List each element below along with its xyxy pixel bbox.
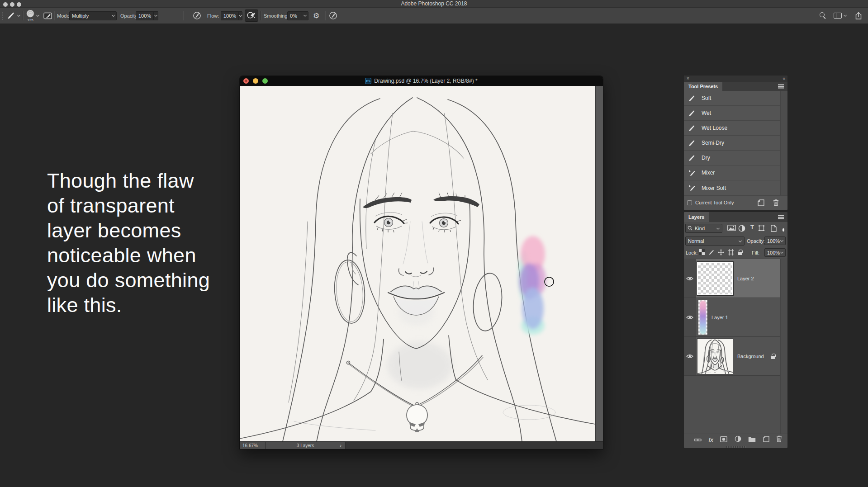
tab-layers[interactable]: Layers xyxy=(684,212,709,222)
tool-preset-item[interactable]: Semi-Dry xyxy=(684,136,787,151)
smoothing-options-button[interactable]: ⚙ xyxy=(313,8,319,24)
blend-mode-select[interactable]: Multiply xyxy=(69,8,117,24)
brush-preset-picker[interactable]: 125 xyxy=(26,8,39,24)
brush-icon xyxy=(688,124,696,132)
app-title-bar[interactable]: Adobe Photoshop CC 2018 xyxy=(0,0,868,8)
search-icon xyxy=(688,226,693,231)
lock-row: Lock: Fill: 100% xyxy=(684,247,787,259)
filter-shape-layers-button[interactable] xyxy=(758,225,765,232)
current-tool-only-checkbox[interactable] xyxy=(687,200,692,205)
opacity-field[interactable]: 100% xyxy=(136,8,158,24)
brush-icon xyxy=(688,139,696,147)
visibility-toggle[interactable] xyxy=(684,259,696,298)
visibility-toggle[interactable] xyxy=(684,298,696,336)
photoshop-app: Adobe Photoshop CC 2018 125 Mode: Multip… xyxy=(0,0,868,487)
chevron-down-icon xyxy=(780,251,783,254)
layer-mask-icon xyxy=(720,436,727,442)
panel-menu-icon[interactable] xyxy=(778,85,784,89)
layer-opacity-field[interactable]: 100% xyxy=(764,236,786,245)
delete-preset-button[interactable] xyxy=(773,199,779,208)
trash-icon xyxy=(776,435,782,442)
filter-pixel-layers-button[interactable] xyxy=(727,225,736,232)
caption-text: Though the flaw of transparent layer bec… xyxy=(47,168,210,317)
tool-preset-item[interactable]: Mixer xyxy=(684,165,787,180)
new-layer-button[interactable] xyxy=(763,436,769,444)
filter-smart-objects-button[interactable] xyxy=(771,225,777,233)
layer-name[interactable]: Layer 1 xyxy=(711,315,728,320)
search-button[interactable] xyxy=(820,8,826,24)
panel-resize-grip[interactable] xyxy=(726,446,746,448)
document-title-bar[interactable]: Ps Drawing.psd @ 16.7% (Layer 2, RGB/8#)… xyxy=(240,76,603,86)
panel-scrollbar[interactable] xyxy=(780,91,787,195)
layer-opacity-label: Opacity: xyxy=(747,238,765,244)
add-adjustment-layer-button[interactable] xyxy=(735,435,741,444)
tool-preset-item[interactable]: Dry xyxy=(684,151,787,165)
collapse-panel-icon[interactable]: « xyxy=(783,76,785,82)
drag-handle[interactable] xyxy=(1,11,3,20)
search-icon xyxy=(820,12,826,19)
smoothing-field[interactable]: 0% xyxy=(287,8,308,24)
panel-scrollbar[interactable] xyxy=(780,259,787,434)
layer-thumbnail[interactable] xyxy=(698,300,708,335)
tab-tool-presets[interactable]: Tool Presets xyxy=(684,82,722,91)
caption-line: you do something xyxy=(47,268,210,293)
lock-label: Lock: xyxy=(686,250,697,255)
pressure-opacity-toggle[interactable] xyxy=(193,8,201,24)
layer-thumbnail[interactable] xyxy=(697,262,733,295)
layer-row-layer1[interactable]: Layer 1 xyxy=(684,298,787,337)
filter-adjustment-layers-button[interactable] xyxy=(738,225,745,233)
layer-blend-mode-value: Normal xyxy=(686,238,739,244)
tool-preset-label: Soft xyxy=(702,95,711,101)
brush-size-value: 125 xyxy=(26,19,34,22)
brush-panel-icon xyxy=(43,12,52,19)
tool-preset-item[interactable]: Wet Loose xyxy=(684,121,787,136)
layer-name[interactable]: Background xyxy=(737,354,764,359)
layer-name[interactable]: Layer 2 xyxy=(737,276,754,281)
lock-artboard-button[interactable] xyxy=(728,249,734,256)
tool-preset-item[interactable]: Wet xyxy=(684,106,787,121)
link-layers-button[interactable] xyxy=(694,436,702,444)
tool-preset-item[interactable]: Soft xyxy=(684,91,787,106)
share-button[interactable] xyxy=(855,8,862,24)
delete-layer-button[interactable] xyxy=(776,435,782,444)
layer-row-layer2[interactable]: Layer 2 xyxy=(684,259,787,298)
flow-field[interactable]: 100% xyxy=(221,8,242,24)
toggle-brush-settings-button[interactable] xyxy=(43,8,52,24)
smoothing-label: Smoothing: xyxy=(264,8,289,24)
layer-thumbnail[interactable] xyxy=(697,338,733,374)
smoothing-value: 0% xyxy=(288,13,302,19)
vertical-scrollbar[interactable] xyxy=(595,86,603,441)
pressure-size-toggle[interactable] xyxy=(329,8,337,24)
new-preset-button[interactable] xyxy=(758,199,764,208)
layer-style-button[interactable]: fx xyxy=(708,437,713,443)
zoom-level-field[interactable]: 16.67% xyxy=(240,442,266,449)
panel-menu-icon[interactable] xyxy=(778,215,784,219)
workspace-switcher[interactable] xyxy=(834,8,847,24)
fill-label: Fill: xyxy=(752,250,759,255)
tool-preset-item[interactable]: Mixer Soft xyxy=(684,180,787,195)
eye-icon xyxy=(686,354,693,359)
tool-presets-footer: Current Tool Only xyxy=(684,195,787,210)
filter-type-layers-button[interactable]: T xyxy=(750,224,754,231)
document-window: Ps Drawing.psd @ 16.7% (Layer 2, RGB/8#)… xyxy=(240,76,603,449)
lock-position-button[interactable] xyxy=(718,249,724,256)
layer-fill-field[interactable]: 100% xyxy=(764,248,786,257)
close-icon[interactable]: × xyxy=(687,76,689,82)
layer-blend-mode-select[interactable]: Normal xyxy=(685,236,745,246)
airbrush-toggle-pressed[interactable] xyxy=(245,8,258,24)
lock-transparency-button[interactable] xyxy=(699,249,705,256)
canvas[interactable] xyxy=(240,86,595,441)
psd-file-icon: Ps xyxy=(365,78,371,84)
brush-tip-preview-icon xyxy=(26,9,34,18)
lock-pixels-button[interactable] xyxy=(708,249,715,256)
new-group-button[interactable] xyxy=(748,436,756,444)
filter-kind-select[interactable]: Kind xyxy=(685,224,722,233)
add-mask-button[interactable] xyxy=(720,436,727,444)
chevron-down-icon xyxy=(112,14,115,17)
status-info[interactable]: 3 Layers › xyxy=(266,442,346,449)
visibility-toggle[interactable] xyxy=(684,337,696,375)
layer-row-background[interactable]: Background xyxy=(684,337,787,376)
caption-line: Though the flaw xyxy=(47,168,210,193)
folder-icon xyxy=(748,436,756,442)
brush-tool-button[interactable] xyxy=(7,8,20,24)
